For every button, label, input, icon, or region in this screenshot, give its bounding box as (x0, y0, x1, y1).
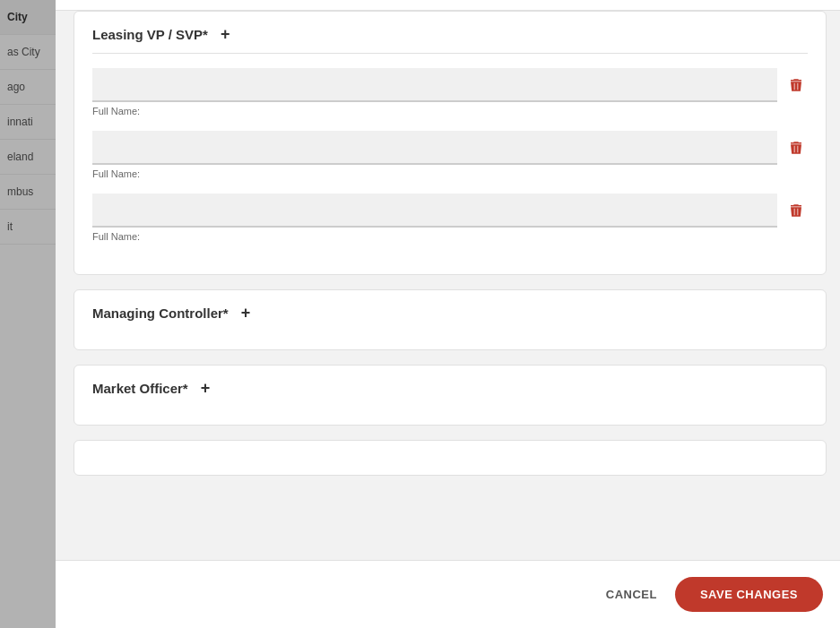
leasing-vp-svp-section: Leasing VP / SVP* + Full Name: (74, 11, 827, 275)
managing-controller-header: Managing Controller* + (92, 305, 808, 331)
leasing-vp-delete-button-1[interactable] (784, 73, 808, 98)
leasing-vp-svp-header: Leasing VP / SVP* + (92, 26, 808, 54)
modal-top-bar (56, 0, 840, 11)
trash-icon (788, 139, 804, 157)
trash-icon (788, 76, 804, 94)
save-changes-button[interactable]: SAVE CHANGES (675, 577, 823, 612)
leasing-vp-field-label-2: Full Name: (92, 168, 808, 179)
leasing-vp-svp-add-button[interactable]: + (217, 26, 234, 42)
modal-dialog: Leasing VP / SVP* + Full Name: (56, 0, 840, 628)
trash-icon (788, 202, 804, 219)
leasing-vp-name-input-3[interactable] (92, 194, 777, 228)
leasing-vp-delete-button-3[interactable] (784, 198, 808, 223)
leasing-vp-name-input-2[interactable] (92, 131, 777, 165)
partial-section (74, 440, 827, 476)
managing-controller-add-button[interactable]: + (238, 305, 255, 321)
market-officer-add-button[interactable]: + (197, 380, 214, 396)
market-officer-header: Market Officer* + (92, 380, 808, 407)
modal-footer: CANCEL SAVE CHANGES (56, 560, 840, 628)
leasing-vp-input-row-2: Full Name: (92, 131, 808, 179)
market-officer-title: Market Officer* (92, 381, 188, 396)
leasing-vp-field-label-3: Full Name: (92, 231, 808, 242)
leasing-vp-input-row-3: Full Name: (92, 194, 808, 242)
leasing-vp-input-row-1: Full Name: (92, 68, 808, 116)
managing-controller-section: Managing Controller* + (74, 289, 827, 350)
leasing-vp-name-input-1[interactable] (92, 68, 777, 102)
leasing-vp-input-wrapper-3 (92, 194, 808, 228)
managing-controller-title: Managing Controller* (92, 305, 229, 321)
leasing-vp-input-wrapper-2 (92, 131, 808, 165)
cancel-button[interactable]: CANCEL (606, 588, 657, 601)
leasing-vp-delete-button-2[interactable] (784, 135, 808, 160)
modal-body: Leasing VP / SVP* + Full Name: (56, 11, 840, 560)
leasing-vp-svp-title: Leasing VP / SVP* (92, 27, 208, 42)
leasing-vp-field-label-1: Full Name: (92, 106, 808, 116)
leasing-vp-input-wrapper-1 (92, 68, 808, 102)
market-officer-section: Market Officer* + (74, 365, 827, 426)
